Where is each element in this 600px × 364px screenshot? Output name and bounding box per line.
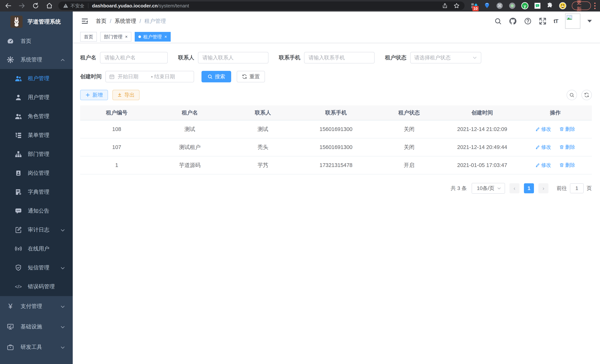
extension-blue-diamond-icon[interactable]: 10 xyxy=(470,2,478,10)
browser-reload-icon[interactable] xyxy=(32,2,39,9)
close-icon[interactable]: × xyxy=(125,34,128,39)
sidebar-item-devtools[interactable]: 研发工具 xyxy=(0,337,73,357)
breadcrumb-home[interactable]: 首页 xyxy=(96,18,106,25)
delete-button[interactable]: 删除 xyxy=(559,162,575,168)
sidebar-item-sms[interactable]: 短信管理 xyxy=(0,258,73,277)
chevron-down-icon xyxy=(60,303,65,309)
status-select[interactable]: 请选择租户状态 xyxy=(410,52,481,64)
sidebar-item-online-users[interactable]: 在线用户 xyxy=(0,239,73,258)
table-header-row: 租户编号 租户名 联系人 联系手机 租户状态 创建时间 操作 xyxy=(80,105,592,120)
tenant-name-label: 租户名 xyxy=(80,54,96,61)
extension-y-icon[interactable]: y xyxy=(521,2,529,10)
edit-button[interactable]: 修改 xyxy=(535,144,551,150)
bookmark-star-icon[interactable] xyxy=(453,3,460,9)
browser-back-icon[interactable] xyxy=(4,2,12,9)
export-button[interactable]: 导出 xyxy=(112,90,140,100)
chevron-left-icon: ‹ xyxy=(514,185,516,191)
page-content: 租户名 联系人 联系手机 租户状态 请选择租户状态 xyxy=(73,43,600,364)
dashboard-gauge-icon xyxy=(6,37,15,45)
profile-emoji-icon[interactable] xyxy=(559,2,567,10)
sidebar-item-tenant[interactable]: 租户管理 xyxy=(0,69,73,88)
logo-row[interactable]: 芋道管理系统 xyxy=(0,11,73,32)
breadcrumb: 首页 / 系统管理 / 租户管理 xyxy=(96,18,166,25)
breadcrumb-system[interactable]: 系统管理 xyxy=(115,18,136,25)
header-search-icon[interactable] xyxy=(494,18,502,25)
table-row: 1 芋道源码 芋艿 17321315478 开启 2021-01-05 17:0… xyxy=(80,156,592,174)
search-button[interactable]: 搜索 xyxy=(201,71,231,82)
sidebar-item-dept[interactable]: 部门管理 xyxy=(0,145,73,164)
url-text: dashboard.yudao.iocoder.cn/system/tenant xyxy=(92,3,189,9)
sidebar-item-home[interactable]: 首页 xyxy=(0,32,73,50)
sidebar-item-menu[interactable]: 菜单管理 xyxy=(0,126,73,145)
fullscreen-icon[interactable] xyxy=(539,17,547,25)
sidebar-item-user[interactable]: 用户管理 xyxy=(0,88,73,107)
extension-balloon-icon[interactable] xyxy=(483,2,491,10)
browser-home-icon[interactable] xyxy=(46,2,53,9)
close-icon[interactable]: × xyxy=(164,34,167,39)
browser-forward-icon[interactable] xyxy=(18,2,26,9)
status-text: 关闭 xyxy=(373,120,446,138)
delete-button[interactable]: 删除 xyxy=(559,144,575,150)
extension-command-icon[interactable]: ⌘ xyxy=(496,2,504,10)
create-time-range-picker[interactable]: - xyxy=(105,71,194,82)
sidebar-item-notice[interactable]: 通知公告 xyxy=(0,202,73,220)
share-icon[interactable] xyxy=(442,3,448,9)
next-page-button[interactable]: › xyxy=(538,183,548,193)
tags-view: 首页 部门管理 × 租户管理 × xyxy=(73,31,600,43)
refresh-table-button[interactable] xyxy=(581,90,592,100)
user-icon xyxy=(14,94,23,101)
sidebar-collapse-icon[interactable] xyxy=(81,17,89,25)
sidebar-item-post[interactable]: 岗位管理 xyxy=(0,164,73,183)
start-date-input[interactable] xyxy=(118,74,150,80)
contact-input[interactable] xyxy=(198,52,268,64)
col-tenant-name: 租户名 xyxy=(153,105,226,120)
code-icon: </> xyxy=(14,284,23,289)
chrome-update-button[interactable]: 更新 xyxy=(572,1,591,10)
yen-icon: ¥ xyxy=(6,302,15,310)
help-question-icon[interactable] xyxy=(524,17,532,25)
sidebar-item-error-code[interactable]: </> 错误码管理 xyxy=(0,277,73,296)
table-row: 107 测试租户 秃头 15601691300 关闭 2021-12-14 20… xyxy=(80,138,592,156)
current-page-button[interactable]: 1 xyxy=(524,183,534,193)
tag-home[interactable]: 首页 xyxy=(80,32,97,42)
avatar[interactable] xyxy=(565,14,580,29)
col-mobile: 联系手机 xyxy=(300,105,373,120)
goto-page-input[interactable] xyxy=(570,183,584,193)
calendar-icon xyxy=(109,74,115,79)
sidebar: 芋道管理系统 首页 系统管理 租户管理 xyxy=(0,11,73,364)
search-icon xyxy=(569,92,574,98)
mobile-label: 联系手机 xyxy=(279,54,300,61)
edit-button[interactable]: 修改 xyxy=(535,162,551,168)
extension-chat-icon[interactable] xyxy=(534,2,541,10)
edit-button[interactable]: 修改 xyxy=(535,126,551,132)
search-icon xyxy=(207,74,213,79)
end-date-input[interactable] xyxy=(154,74,186,80)
address-bar[interactable]: 不安全 dashboard.yudao.iocoder.cn/system/te… xyxy=(58,1,465,10)
extension-gray-circle-icon[interactable] xyxy=(508,2,516,10)
status-label: 租户状态 xyxy=(385,54,406,61)
mobile-input[interactable] xyxy=(304,52,375,64)
extensions-puzzle-icon[interactable] xyxy=(546,2,554,10)
delete-button[interactable]: 删除 xyxy=(559,126,575,132)
sidebar-item-role[interactable]: 角色管理 xyxy=(0,107,73,126)
sidebar-item-system[interactable]: 系统管理 xyxy=(0,50,73,69)
add-button[interactable]: 新增 xyxy=(80,90,108,100)
sidebar-item-dict[interactable]: 字典管理 xyxy=(0,183,73,202)
user-menu-caret-icon[interactable] xyxy=(587,20,592,22)
chevron-up-icon xyxy=(60,57,65,63)
tag-dept[interactable]: 部门管理 × xyxy=(100,32,131,42)
tenant-name-input[interactable] xyxy=(100,52,168,64)
pen-paper-icon xyxy=(14,226,23,233)
reset-button[interactable]: 重置 xyxy=(237,71,265,82)
tag-tenant[interactable]: 租户管理 × xyxy=(135,32,171,42)
prev-page-button[interactable]: ‹ xyxy=(509,183,519,193)
sidebar-item-payment[interactable]: ¥ 支付管理 xyxy=(0,296,73,317)
toggle-search-button[interactable] xyxy=(567,90,577,100)
font-size-icon[interactable]: tT xyxy=(554,18,558,24)
page-size-select[interactable]: 10条/页 xyxy=(472,183,505,194)
sidebar-item-audit-log[interactable]: 审计日志 xyxy=(0,220,73,239)
sidebar-item-infra[interactable]: 基础设施 xyxy=(0,317,73,337)
chrome-menu-icon[interactable] xyxy=(594,3,596,9)
github-icon[interactable] xyxy=(509,17,517,25)
navbar: 首页 / 系统管理 / 租户管理 tT xyxy=(73,11,600,31)
